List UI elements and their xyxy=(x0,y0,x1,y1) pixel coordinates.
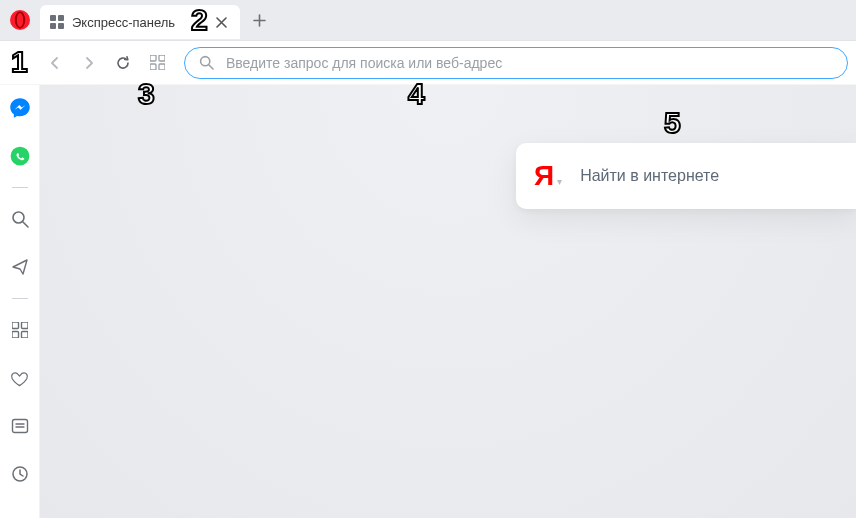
svg-line-15 xyxy=(23,222,28,227)
svg-rect-19 xyxy=(21,332,28,339)
search-placeholder: Найти в интернете xyxy=(580,167,719,185)
svg-rect-9 xyxy=(150,64,156,70)
new-tab-button[interactable] xyxy=(244,5,274,35)
sidebar-flow[interactable] xyxy=(7,254,33,280)
address-input[interactable] xyxy=(226,55,833,71)
sidebar-whatsapp[interactable] xyxy=(7,143,33,169)
address-bar[interactable] xyxy=(184,47,848,79)
sidebar-separator xyxy=(12,187,28,188)
chevron-right-icon xyxy=(82,56,96,70)
chevron-left-icon xyxy=(48,56,62,70)
svg-rect-5 xyxy=(50,23,56,29)
svg-point-14 xyxy=(13,212,24,223)
heart-icon xyxy=(10,369,29,388)
grid-icon xyxy=(12,322,28,338)
search-card[interactable]: Я ▾ Найти в интернете xyxy=(516,143,856,209)
svg-rect-20 xyxy=(12,420,27,433)
svg-rect-17 xyxy=(21,322,28,329)
yandex-logo[interactable]: Я ▾ xyxy=(534,162,562,190)
close-icon xyxy=(216,17,227,28)
tab-title: Экспресс-панель xyxy=(72,15,175,30)
sidebar-messenger[interactable] xyxy=(7,95,33,121)
sidebar xyxy=(0,85,40,518)
svg-rect-4 xyxy=(58,15,64,21)
reload-button[interactable] xyxy=(108,48,138,78)
active-tab[interactable]: Экспресс-панель xyxy=(40,5,240,39)
dropdown-caret-icon[interactable]: ▾ xyxy=(557,176,562,187)
svg-rect-7 xyxy=(150,55,156,61)
content-area: Я ▾ Найти в интернете xyxy=(40,85,856,518)
sidebar-bookmarks[interactable] xyxy=(7,365,33,391)
back-button[interactable] xyxy=(40,48,70,78)
svg-rect-18 xyxy=(12,332,19,339)
sidebar-history[interactable] xyxy=(7,461,33,487)
svg-point-11 xyxy=(201,57,210,66)
reload-icon xyxy=(115,55,131,71)
search-icon xyxy=(199,55,214,70)
opera-menu-button[interactable] xyxy=(0,0,40,41)
plus-icon xyxy=(253,14,266,27)
magnifier-icon xyxy=(11,210,29,228)
clock-icon xyxy=(11,465,29,483)
sidebar-speed-dial[interactable] xyxy=(7,317,33,343)
grid-icon xyxy=(150,55,165,70)
news-icon xyxy=(11,417,29,435)
svg-line-12 xyxy=(209,65,213,69)
svg-rect-8 xyxy=(159,55,165,61)
speed-dial-button[interactable] xyxy=(142,48,172,78)
svg-rect-6 xyxy=(58,23,64,29)
yandex-letter: Я xyxy=(534,162,554,190)
sidebar-separator xyxy=(12,298,28,299)
forward-button[interactable] xyxy=(74,48,104,78)
title-bar: Экспресс-панель xyxy=(0,0,856,41)
send-icon xyxy=(11,258,29,276)
svg-rect-16 xyxy=(12,322,19,329)
svg-point-13 xyxy=(10,147,29,166)
messenger-icon xyxy=(9,97,31,119)
sidebar-search[interactable] xyxy=(7,206,33,232)
toolbar xyxy=(0,41,856,85)
close-tab-button[interactable] xyxy=(212,13,230,31)
svg-rect-10 xyxy=(159,64,165,70)
speed-dial-icon xyxy=(50,15,64,29)
whatsapp-icon xyxy=(10,146,30,166)
opera-logo-icon xyxy=(9,9,31,31)
svg-point-2 xyxy=(17,13,23,27)
sidebar-news[interactable] xyxy=(7,413,33,439)
svg-rect-3 xyxy=(50,15,56,21)
